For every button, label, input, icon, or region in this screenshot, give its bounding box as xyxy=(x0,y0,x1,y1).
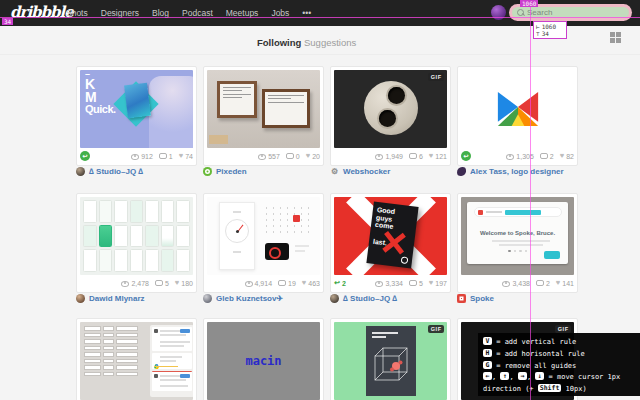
shot-author[interactable]: Pixeden xyxy=(203,167,247,176)
shot-image-spoke-onboarding[interactable]: Welcome to Spoke, Bruce. xyxy=(461,197,574,275)
pixeden-team-icon xyxy=(203,167,212,176)
rebound-icon: ↩ xyxy=(461,151,471,161)
shot-author[interactable]: ∆ Studio–JQ ∆ xyxy=(330,294,397,303)
key-v: V xyxy=(483,337,492,345)
shot-card: ↩ 1,305 2 ♥82 xyxy=(457,66,578,166)
likes-count: 74 xyxy=(185,153,193,160)
likes-icon: ♥ xyxy=(429,153,433,159)
shot-image-good-guys[interactable]: Good guys come last. xyxy=(334,197,447,275)
measure-x-icon: ⊢ xyxy=(536,23,540,30)
shot-image-wireframe[interactable] xyxy=(80,322,193,400)
shot-author[interactable]: ∆ Studio–JQ ∆ xyxy=(76,167,143,176)
views-icon xyxy=(375,280,383,286)
shot-image-km-quick[interactable]: –K MQuick. xyxy=(80,70,193,148)
likes-count: 141 xyxy=(562,280,574,287)
shot-card: macin xyxy=(203,318,324,400)
guide-position-tooltip: ⊢1060 ⊤34 xyxy=(533,21,567,39)
comments-count: 0 xyxy=(296,153,300,160)
shot-image-frames[interactable] xyxy=(207,70,320,148)
likes-count: 121 xyxy=(435,153,447,160)
shot-card xyxy=(76,318,197,400)
colorful-m-logo xyxy=(496,91,540,127)
layout-grid-icon[interactable] xyxy=(610,32,621,43)
comments-count: 5 xyxy=(419,280,423,287)
views-icon xyxy=(121,280,129,286)
shot-image-stone[interactable]: GIF xyxy=(334,70,447,148)
views-icon xyxy=(506,153,514,159)
shot-card: 557 0 ♥20 xyxy=(203,66,324,166)
comments-count: 19 xyxy=(288,280,296,287)
bird-logo-icon xyxy=(457,167,466,176)
shot-card: Good guys come last. ↩2 3,334 5 ♥197 xyxy=(330,193,451,293)
key-arrow-left: ← xyxy=(483,372,492,380)
likes-icon: ♥ xyxy=(429,280,433,286)
comments-icon xyxy=(278,280,286,287)
views-count: 4,914 xyxy=(255,280,273,287)
dribbble-logo[interactable]: dribbble xyxy=(10,3,73,21)
likes-icon: ♥ xyxy=(175,280,179,286)
author-avatar xyxy=(330,294,339,303)
likes-count: 463 xyxy=(308,280,320,287)
author-avatar xyxy=(203,294,212,303)
views-count: 912 xyxy=(141,153,153,160)
views-count: 1,949 xyxy=(385,153,403,160)
key-arrow-up: ↑ xyxy=(500,372,509,380)
key-arrow-down: ↓ xyxy=(535,372,544,380)
comments-count: 2 xyxy=(546,280,550,287)
shot-author[interactable]: ⚙ Webshocker xyxy=(330,167,390,176)
views-icon xyxy=(502,280,510,286)
shot-image-app-screens[interactable] xyxy=(80,197,193,275)
vertical-guide-line[interactable] xyxy=(530,0,531,400)
spoke-logo-icon xyxy=(457,294,466,303)
key-shift: Shift xyxy=(538,384,562,392)
shot-image-candy-cube[interactable]: GIF xyxy=(334,322,447,400)
guide-y-badge: 34 xyxy=(2,18,13,25)
shot-card: GIF 1,949 6 ♥121 xyxy=(330,66,451,166)
gif-badge: GIF xyxy=(555,325,571,333)
tab-suggestions[interactable]: Suggestions xyxy=(304,37,356,48)
shot-image-macin[interactable]: macin xyxy=(207,322,320,400)
shortcut-help-overlay: V = add vertical rule H = add horisontal… xyxy=(478,333,640,396)
shot-author[interactable]: Spoke xyxy=(457,294,494,303)
comments-count: 2 xyxy=(550,153,554,160)
likes-count: 20 xyxy=(312,153,320,160)
guide-x-badge: 1060 xyxy=(520,0,538,7)
measure-y-icon: ⊤ xyxy=(536,30,540,37)
shot-card: –K MQuick. ↩ 912 1 ♥74 xyxy=(76,66,197,166)
shot-card: 4,914 19 ♥463 xyxy=(203,193,324,293)
gear-icon: ⚙ xyxy=(330,167,339,176)
shot-image-clock-ui[interactable] xyxy=(207,197,320,275)
views-count: 1,305 xyxy=(516,153,534,160)
views-count: 2,478 xyxy=(131,280,149,287)
comments-icon xyxy=(409,153,417,160)
shot-image-logo-mark[interactable] xyxy=(461,70,574,148)
shot-card: Welcome to Spoke, Bruce. 3,438 2 ♥141 xyxy=(457,193,578,293)
shot-author[interactable]: Alex Tass, logo designer xyxy=(457,167,564,176)
likes-icon: ♥ xyxy=(556,280,560,286)
key-g: G xyxy=(483,361,492,369)
author-avatar xyxy=(76,294,85,303)
comments-count: 1 xyxy=(169,153,173,160)
rebound-icon: ↩ xyxy=(80,151,90,161)
dribbble-page: dribbble Shots Designers Blog Podcast Me… xyxy=(0,0,640,400)
likes-icon: ♥ xyxy=(302,280,306,286)
rebound-count: ↩2 xyxy=(334,279,346,287)
likes-icon: ♥ xyxy=(179,153,183,159)
tab-following[interactable]: Following xyxy=(257,37,301,48)
views-icon xyxy=(258,153,266,159)
search-icon xyxy=(517,9,524,16)
likes-count: 82 xyxy=(566,153,574,160)
shot-author[interactable]: Dawid Mlynarz xyxy=(76,294,145,303)
horizontal-guide-line[interactable] xyxy=(0,17,640,18)
likes-count: 197 xyxy=(435,280,447,287)
shot-card: GIF xyxy=(330,318,451,400)
shot-author[interactable]: Gleb Kuznetsov✈ xyxy=(203,294,283,303)
likes-icon: ♥ xyxy=(560,153,564,159)
views-icon xyxy=(131,153,139,159)
views-count: 3,334 xyxy=(385,280,403,287)
key-arrow-right: → xyxy=(518,372,527,380)
comments-icon xyxy=(536,280,544,287)
comments-icon xyxy=(159,153,167,160)
comments-icon xyxy=(155,280,163,287)
likes-count: 180 xyxy=(181,280,193,287)
